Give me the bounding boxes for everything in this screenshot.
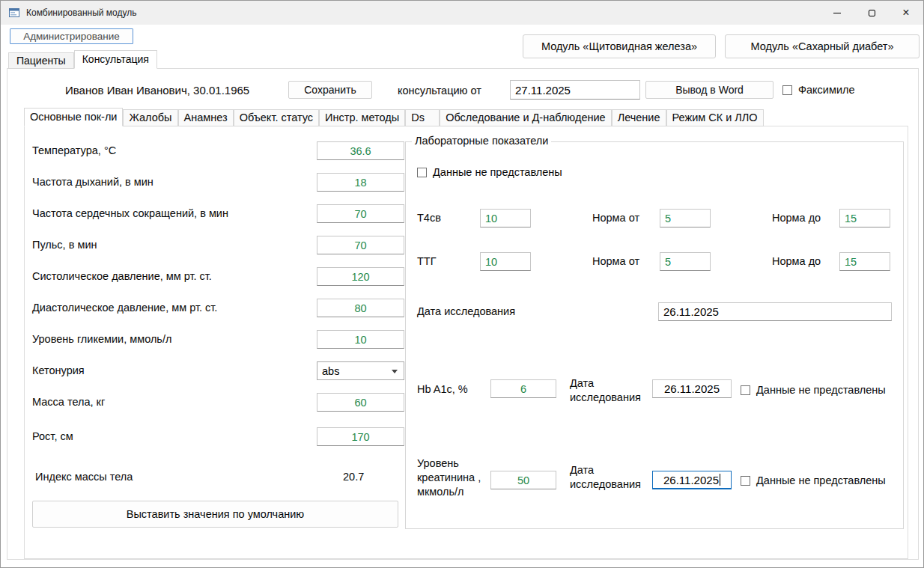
- height-label: Рост, см: [32, 427, 73, 446]
- vital-row-bmi: Индекс массы тела 20.7: [32, 468, 422, 486]
- vital-row-body-mass: Масса тела, кг: [32, 393, 422, 412]
- t4-row: Т4св Норма от Норма до: [406, 209, 900, 227]
- vital-row-systolic-bp: Систолическое давление, мм рт. ст.: [32, 267, 422, 286]
- ketonuria-select[interactable]: abs: [317, 361, 404, 380]
- consultation-date-input[interactable]: [510, 80, 640, 100]
- t4-norm-to-input[interactable]: [839, 209, 890, 227]
- systolic-bp-label: Систолическое давление, мм рт. ст.: [32, 267, 212, 286]
- lab-no-data-checkbox[interactable]: [417, 168, 427, 177]
- vital-row-pulse: Пульс, в мин: [32, 236, 422, 254]
- close-icon: ×: [902, 7, 909, 19]
- vital-row-respiratory-rate: Частота дыханий, в мин: [32, 173, 422, 192]
- ttg-norm-from-input[interactable]: [660, 252, 711, 271]
- creatinine-no-data-label: Данные не представлены: [756, 474, 886, 486]
- heart-rate-label: Частота сердечных сокращений, в мин: [32, 204, 228, 223]
- ttg-row: ТТГ Норма от Норма до: [406, 252, 900, 271]
- ttg-norm-from-label: Норма от: [592, 252, 639, 271]
- ttg-norm-to-input[interactable]: [839, 252, 890, 271]
- creatinine-input[interactable]: [490, 471, 556, 489]
- tab-consultation[interactable]: Консультация: [74, 50, 157, 69]
- body-mass-label: Масса тела, кг: [32, 393, 105, 412]
- close-button[interactable]: ×: [889, 1, 923, 25]
- diastolic-bp-label: Диастолическое давление, мм рт. ст.: [32, 299, 217, 317]
- ttg-label: ТТГ: [417, 252, 437, 271]
- creatinine-no-data-checkbox[interactable]: [741, 476, 750, 486]
- lab-group-title: Лабораторные показатели: [412, 135, 551, 147]
- vital-row-diastolic-bp: Диастолическое давление, мм рт. ст.: [32, 299, 422, 317]
- tab-complaints[interactable]: Жалобы: [123, 109, 177, 126]
- t4-label: Т4св: [417, 209, 441, 227]
- respiratory-rate-input[interactable]: [317, 173, 404, 192]
- consultation-page: Иванов Иван Иванович, 30.01.1965 Сохрани…: [7, 68, 919, 560]
- hba1c-no-data-label: Данные не представлены: [756, 384, 886, 396]
- hba1c-date-label: Дата исследования: [570, 376, 651, 405]
- tab-sk-llo-regime[interactable]: Режим СК и ЛЛО: [666, 109, 764, 126]
- patient-name: Иванов Иван Иванович, 30.01.1965: [65, 84, 249, 97]
- tab-examination-observation[interactable]: Обследование и Д-наблюдение: [440, 109, 611, 126]
- app-icon: [8, 7, 20, 19]
- t4-input[interactable]: [480, 209, 531, 227]
- word-export-button[interactable]: Вывод в Word: [645, 81, 773, 99]
- fax-checkbox[interactable]: [782, 85, 792, 95]
- lab-no-data-row: Данные не представлены: [417, 166, 562, 178]
- t4-norm-to-label: Норма до: [772, 209, 821, 227]
- set-defaults-button[interactable]: Выставить значения по умолчанию: [32, 501, 398, 528]
- vital-row-ketonuria: Кетонурия abs: [32, 361, 422, 380]
- tab-instrumental-methods[interactable]: Инстр. методы: [319, 109, 405, 126]
- fax-label: Факсимиле: [798, 84, 855, 96]
- t4-norm-from-input[interactable]: [660, 209, 711, 227]
- body-mass-input[interactable]: [317, 393, 404, 412]
- ketonuria-value: abs: [322, 365, 339, 377]
- thyroid-module-button[interactable]: Модуль «Щитовидная железа»: [523, 34, 716, 58]
- temperature-label: Температура, °C: [32, 141, 116, 160]
- text-caret: [720, 474, 720, 486]
- ttg-norm-to-label: Норма до: [772, 252, 821, 271]
- creatinine-row: Уровень креатинина , мкмоль/л Дата иссле…: [406, 453, 900, 507]
- tab-ds[interactable]: Ds: [405, 109, 440, 126]
- vital-row-temperature: Температура, °C: [32, 141, 422, 160]
- tab-main-indicators[interactable]: Основные пок-ли: [24, 108, 123, 126]
- tab-objective-status[interactable]: Объект. статус: [234, 109, 319, 126]
- diabetes-module-button[interactable]: Модуль «Сахарный диабет»: [725, 34, 920, 58]
- hba1c-input[interactable]: [490, 379, 556, 398]
- administration-button[interactable]: Администрирование: [10, 28, 133, 44]
- t4-norm-from-label: Норма от: [592, 209, 639, 227]
- hba1c-no-data-row: Данные не представлены: [741, 384, 886, 396]
- heart-rate-input[interactable]: [317, 204, 404, 223]
- systolic-bp-input[interactable]: [317, 267, 404, 286]
- window-controls: ×: [820, 1, 923, 25]
- height-input[interactable]: [317, 427, 404, 446]
- pulse-input[interactable]: [317, 236, 404, 254]
- chevron-down-icon: [392, 370, 398, 373]
- ttg-input[interactable]: [480, 252, 531, 271]
- ketonuria-label: Кетонурия: [32, 361, 85, 380]
- tab-anamnesis[interactable]: Анамнез: [178, 109, 234, 126]
- study-date-input[interactable]: [658, 302, 892, 321]
- vital-row-glycemia: Уровень гликемии, ммоль/л: [32, 330, 422, 349]
- glycemia-input[interactable]: [317, 330, 404, 349]
- tab-patients[interactable]: Пациенты: [8, 52, 74, 69]
- lab-groupbox: Лабораторные показатели Данные не предст…: [405, 141, 904, 529]
- hba1c-no-data-checkbox[interactable]: [741, 385, 750, 395]
- hba1c-label: Hb A1c, %: [417, 370, 468, 408]
- creatinine-date-input[interactable]: 26.11.2025: [652, 471, 732, 489]
- pulse-label: Пульс, в мин: [32, 236, 97, 254]
- tab-treatment[interactable]: Лечение: [612, 109, 666, 126]
- creatinine-label: Уровень креатинина , мкмоль/л: [417, 456, 492, 499]
- minimize-button[interactable]: [820, 1, 854, 25]
- diastolic-bp-input[interactable]: [317, 299, 404, 317]
- main-indicators-panel: Температура, °C Частота дыханий, в мин Ч…: [24, 126, 908, 559]
- bmi-label: Индекс массы тела: [35, 468, 133, 486]
- study-date-row: Дата исследования: [406, 302, 900, 321]
- inner-tabstrip: Основные пок-ли Жалобы Анамнез Объект. с…: [24, 108, 764, 126]
- hba1c-date-input[interactable]: [652, 379, 732, 398]
- minimize-icon: [833, 13, 841, 13]
- temperature-input[interactable]: [317, 141, 404, 160]
- vital-row-height: Рост, см: [32, 427, 422, 446]
- bmi-value: 20.7: [343, 468, 364, 486]
- creatinine-date-value: 26.11.2025: [663, 474, 719, 486]
- save-button[interactable]: Сохранить: [288, 81, 372, 99]
- maximize-button[interactable]: [854, 1, 889, 25]
- vital-row-heart-rate: Частота сердечных сокращений, в мин: [32, 204, 422, 223]
- creatinine-date-label: Дата исследования: [570, 463, 651, 492]
